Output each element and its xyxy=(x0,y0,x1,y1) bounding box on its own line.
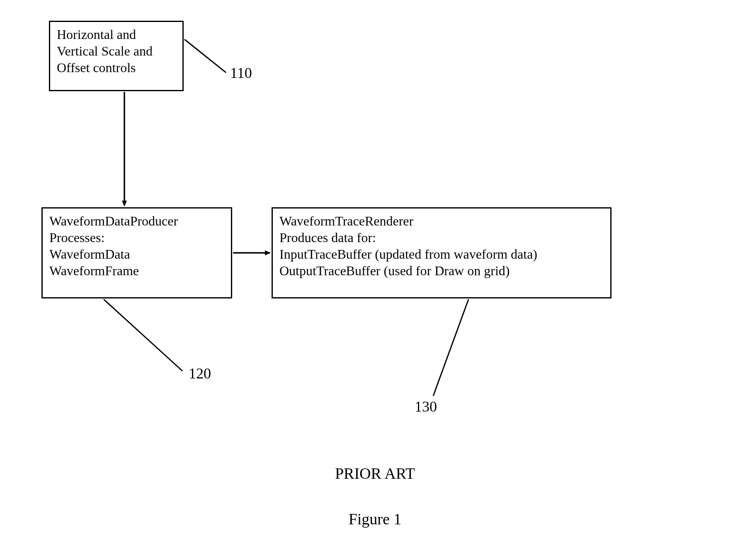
box-renderer-line1: WaveformTraceRenderer xyxy=(279,213,604,229)
box-renderer-line3: InputTraceBuffer (updated from waveform … xyxy=(279,246,604,262)
box-producer: WaveformDataProducer Processes: Waveform… xyxy=(41,207,232,298)
box-controls-line1: Horizontal and xyxy=(57,26,176,43)
box-producer-line3: WaveformData xyxy=(49,246,224,262)
box-controls: Horizontal and Vertical Scale and Offset… xyxy=(49,21,184,91)
label-renderer-ref: 130 xyxy=(415,398,437,415)
box-renderer-line2: Produces data for: xyxy=(279,229,604,246)
caption-figure: Figure 1 xyxy=(0,510,750,528)
caption-prior-art: PRIOR ART xyxy=(0,464,750,482)
box-controls-line2: Vertical Scale and xyxy=(57,43,176,59)
label-producer-ref: 120 xyxy=(189,365,211,382)
box-producer-line1: WaveformDataProducer xyxy=(49,213,224,229)
box-controls-line3: Offset controls xyxy=(57,59,176,76)
leader-130 xyxy=(433,299,468,396)
box-producer-line4: WaveformFrame xyxy=(49,262,224,279)
box-producer-line2: Processes: xyxy=(49,229,224,246)
box-renderer-line4: OutputTraceBuffer (used for Draw on grid… xyxy=(279,262,604,279)
label-controls-ref: 110 xyxy=(230,64,252,82)
diagram-stage: Horizontal and Vertical Scale and Offset… xyxy=(0,0,750,560)
box-renderer: WaveformTraceRenderer Produces data for:… xyxy=(272,207,612,298)
leader-120 xyxy=(104,299,182,371)
leader-110 xyxy=(184,39,226,73)
